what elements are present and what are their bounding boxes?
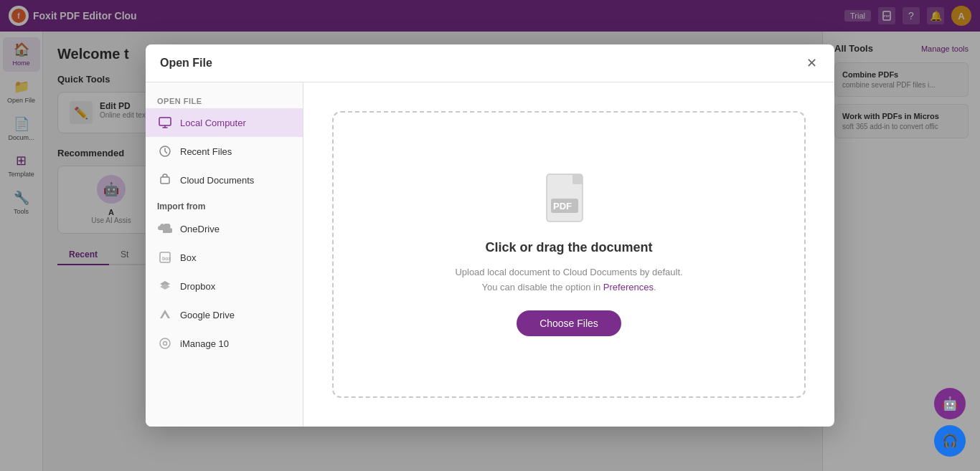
- drop-title: Click or drag the document: [485, 240, 652, 255]
- open-file-modal: Open File ✕ Open file Local Computer: [146, 44, 834, 427]
- recent-files-label: Recent Files: [180, 146, 232, 157]
- onedrive-label: OneDrive: [180, 224, 220, 234]
- dropbox-label: Dropbox: [180, 281, 215, 292]
- pdf-file-icon: PDF: [544, 173, 594, 230]
- modal-overlay: Open File ✕ Open file Local Computer: [0, 0, 980, 471]
- google-drive-icon: [157, 307, 173, 323]
- modal-header: Open File ✕: [146, 44, 834, 82]
- choose-files-button[interactable]: Choose Files: [517, 310, 621, 336]
- local-computer-label: Local Computer: [180, 118, 246, 128]
- box-label: Box: [180, 252, 196, 263]
- modal-nav-imanage10[interactable]: iManage 10: [146, 329, 303, 358]
- ai-assistant-fab[interactable]: 🤖: [934, 388, 966, 419]
- import-from-label: Import from: [146, 194, 303, 214]
- svg-marker-9: [160, 310, 170, 318]
- modal-nav-onedrive[interactable]: OneDrive: [146, 214, 303, 243]
- modal-nav-local-computer[interactable]: Local Computer: [146, 108, 303, 137]
- svg-marker-8: [160, 284, 170, 290]
- drop-zone[interactable]: PDF Click or drag the document Upload lo…: [332, 111, 806, 398]
- modal-sidebar: Open file Local Computer: [146, 82, 303, 427]
- local-computer-icon: [157, 115, 173, 130]
- onedrive-icon: [157, 221, 173, 237]
- modal-nav-cloud-documents[interactable]: Cloud Documents: [146, 166, 303, 194]
- imanage10-label: iManage 10: [180, 338, 229, 349]
- svg-point-10: [160, 338, 170, 348]
- modal-close-button[interactable]: ✕: [803, 54, 820, 72]
- modal-title: Open File: [160, 57, 212, 70]
- svg-text:PDF: PDF: [553, 201, 572, 211]
- modal-nav-recent-files[interactable]: Recent Files: [146, 137, 303, 166]
- preferences-link[interactable]: Preferences: [603, 282, 654, 292]
- cloud-documents-label: Cloud Documents: [180, 175, 254, 186]
- modal-nav-box[interactable]: box Box: [146, 243, 303, 272]
- svg-text:box: box: [162, 256, 171, 261]
- open-file-section-label: Open file: [146, 91, 303, 108]
- drop-subtitle: Upload local document to Cloud Documents…: [455, 265, 682, 295]
- imanage10-icon: [157, 336, 173, 351]
- modal-body: Open file Local Computer: [146, 82, 834, 427]
- cloud-documents-icon: [157, 172, 173, 188]
- drop-sub-line1: Upload local document to Cloud Documents…: [455, 267, 682, 277]
- modal-nav-dropbox[interactable]: Dropbox: [146, 272, 303, 300]
- recent-files-icon: [157, 143, 173, 159]
- dropbox-icon: [157, 278, 173, 294]
- support-fab[interactable]: 🎧: [934, 425, 966, 457]
- box-icon: box: [157, 249, 173, 265]
- svg-point-11: [164, 342, 167, 346]
- drop-sub-line2: You can disable the option in: [481, 282, 603, 292]
- modal-nav-google-drive[interactable]: Google Drive: [146, 300, 303, 329]
- fab-group: 🤖 🎧: [934, 388, 966, 457]
- svg-rect-4: [161, 177, 169, 184]
- google-drive-label: Google Drive: [180, 310, 235, 320]
- modal-drop-area[interactable]: PDF Click or drag the document Upload lo…: [303, 82, 834, 427]
- svg-rect-13: [573, 174, 583, 184]
- svg-rect-2: [159, 118, 171, 125]
